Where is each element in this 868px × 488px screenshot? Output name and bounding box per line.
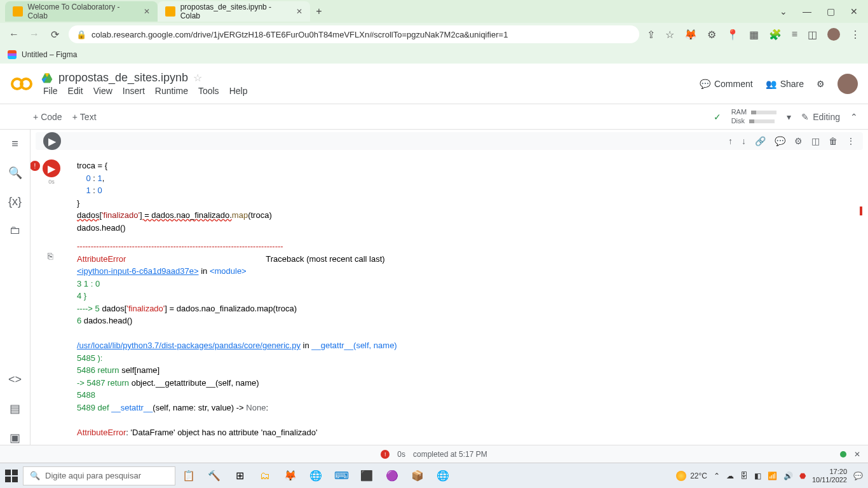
close-icon[interactable]: ✕ — [850, 6, 858, 17]
title-area: propostas_de_sites.ipynb ☆ File Edit Vie… — [41, 71, 700, 96]
gear-icon[interactable]: ⚙ — [794, 136, 803, 146]
close-icon[interactable]: ✕ — [854, 450, 860, 459]
notebook-toolbar: + Code + Text ✓ RAM Disk ▾ ✎ Editing ⌃ — [0, 104, 868, 130]
link-icon[interactable]: 🔗 — [755, 136, 766, 146]
move-down-icon[interactable]: ↓ — [742, 136, 746, 146]
user-avatar[interactable] — [837, 74, 858, 94]
extension-icon[interactable]: 📍 — [726, 29, 739, 41]
menu-view[interactable]: View — [93, 86, 112, 96]
menu-insert[interactable]: Insert — [123, 86, 145, 96]
code-snippets-icon[interactable]: <> — [8, 373, 22, 386]
search-icon[interactable]: 🔍 — [8, 166, 22, 180]
back-button[interactable]: ← — [8, 28, 20, 41]
resource-indicator[interactable]: RAM Disk — [731, 108, 777, 125]
tb-line: 5488 — [77, 390, 95, 400]
gear-icon[interactable]: ⚙ — [817, 79, 825, 89]
profile-avatar[interactable] — [827, 28, 840, 41]
chevron-up-icon[interactable]: ⌃ — [850, 112, 858, 122]
editing-mode[interactable]: ✎ Editing — [801, 112, 840, 122]
extension-icon[interactable]: ▦ — [749, 29, 759, 41]
reading-list-icon[interactable]: ≡ — [792, 29, 797, 40]
tab-propostas[interactable]: propostas_de_sites.ipynb - Colab ✕ — [158, 1, 310, 22]
gimp-icon[interactable]: 🦊 — [282, 468, 299, 484]
menu-file[interactable]: File — [43, 86, 58, 96]
add-code-button[interactable]: + Code — [33, 112, 62, 122]
mirror-icon[interactable]: ◫ — [811, 136, 820, 146]
weather-widget[interactable]: 22°C — [676, 471, 707, 481]
taskview-icon[interactable]: ⊞ — [231, 468, 248, 484]
more-icon[interactable]: ⋮ — [846, 136, 855, 146]
taskbar-app-icon[interactable]: 🔨 — [206, 468, 222, 484]
move-up-icon[interactable]: ↑ — [728, 136, 733, 146]
taskbar-app-icon[interactable]: 📦 — [409, 468, 426, 484]
add-text-button[interactable]: + Text — [72, 112, 97, 122]
app-tray-icon[interactable]: ◧ — [754, 471, 761, 480]
share-icon[interactable]: ⇪ — [647, 29, 655, 41]
star-icon[interactable]: ☆ — [665, 29, 674, 41]
menu-bar: File Edit View Insert Runtime Tools Help — [41, 86, 700, 96]
menu-icon[interactable]: ⋮ — [850, 29, 860, 41]
share-button[interactable]: 👥 Share — [766, 79, 804, 89]
chrome-active-icon[interactable]: 🌐 — [435, 468, 451, 484]
star-icon[interactable]: ☆ — [193, 72, 202, 84]
vscode-icon[interactable]: ⌨ — [333, 468, 349, 484]
drive-icon — [41, 72, 53, 85]
chrome-icon[interactable]: 🌐 — [308, 468, 324, 484]
side-panel-icon[interactable]: ◫ — [808, 29, 817, 41]
wifi-icon[interactable]: 📶 — [768, 471, 777, 480]
chevron-down-icon[interactable]: ▾ — [787, 112, 791, 122]
close-icon[interactable]: ✕ — [296, 7, 302, 16]
comment-icon[interactable]: 💬 — [775, 136, 785, 146]
explorer-icon[interactable]: 🗂 — [257, 468, 273, 484]
menu-edit[interactable]: Edit — [68, 86, 83, 96]
terminal-icon[interactable]: ▣ — [10, 431, 20, 445]
notifications-icon[interactable]: 💬 — [853, 471, 863, 480]
code-label: Code — [41, 112, 62, 122]
delete-icon[interactable]: 🗑 — [829, 136, 837, 146]
variables-icon[interactable]: {x} — [8, 195, 22, 208]
code-editor[interactable]: troca = { 0 : 1, 1 : 0 } dados['finaliza… — [77, 159, 857, 234]
chevron-down-icon[interactable]: ⌄ — [780, 6, 787, 17]
traceback-link[interactable]: /usr/local/lib/python3.7/dist-packages/p… — [77, 341, 301, 350]
code-cell[interactable]: ! ▶ 0s troca = { 0 : 1, 1 : 0 } dados['f… — [36, 155, 863, 442]
extensions-icon[interactable]: 🧩 — [769, 29, 782, 41]
editing-label: Editing — [813, 112, 840, 122]
minimize-icon[interactable]: ― — [803, 6, 811, 17]
onedrive-icon[interactable]: ☁ — [726, 471, 734, 480]
files-icon[interactable]: 🗀 — [10, 224, 21, 237]
previous-cell-stub[interactable]: ▶ ↑ ↓ 🔗 💬 ⚙ ◫ 🗑 ⋮ — [36, 132, 863, 150]
security-icon[interactable]: ⬣ — [799, 471, 806, 480]
extension-icon[interactable]: ⚙ — [707, 29, 716, 41]
extension-icon[interactable]: 🦊 — [684, 29, 697, 41]
tab-welcome[interactable]: Welcome To Colaboratory - Colab ✕ — [5, 1, 158, 22]
command-palette-icon[interactable]: ▤ — [10, 402, 20, 416]
clock[interactable]: 17:20 10/11/2022 — [812, 468, 847, 483]
taskbar-app-icon[interactable]: 📋 — [180, 468, 197, 484]
address-bar[interactable]: 🔒 colab.research.google.com/drive/1jvERG… — [69, 25, 639, 43]
search-input[interactable]: 🔍 Digite aqui para pesquisar — [23, 466, 175, 485]
forward-button[interactable]: → — [28, 28, 41, 41]
comment-button[interactable]: 💬 Comment — [700, 79, 753, 89]
run-button[interactable]: ▶ — [43, 159, 60, 177]
output-toggle-icon[interactable]: ⎘ — [48, 251, 53, 261]
toc-icon[interactable]: ≡ — [11, 137, 18, 151]
menu-runtime[interactable]: Runtime — [155, 86, 188, 96]
chevron-up-icon[interactable]: ⌃ — [714, 471, 720, 480]
taskbar-app-icon[interactable]: ⬛ — [358, 468, 375, 484]
tb-line: 4 } — [77, 291, 86, 301]
reload-button[interactable]: ⟳ — [48, 28, 61, 41]
disk-label: Disk — [731, 117, 745, 125]
volume-icon[interactable]: 🔊 — [783, 471, 793, 480]
start-button[interactable] — [5, 470, 18, 482]
new-tab-button[interactable]: + — [310, 3, 328, 20]
traceback-link[interactable]: <ipython-input-6-c6a1d9aad37e> — [77, 266, 199, 276]
menu-help[interactable]: Help — [229, 86, 248, 96]
battery-icon[interactable]: 🗄 — [740, 471, 748, 480]
notebook-title[interactable]: propostas_de_sites.ipynb — [58, 71, 188, 85]
maximize-icon[interactable]: ▢ — [827, 6, 835, 17]
eclipse-icon[interactable]: 🟣 — [384, 468, 400, 484]
bookmark-figma[interactable]: Untitled – Figma — [22, 50, 77, 59]
run-button[interactable]: ▶ — [43, 132, 61, 150]
menu-tools[interactable]: Tools — [198, 86, 219, 96]
close-icon[interactable]: ✕ — [144, 7, 150, 16]
